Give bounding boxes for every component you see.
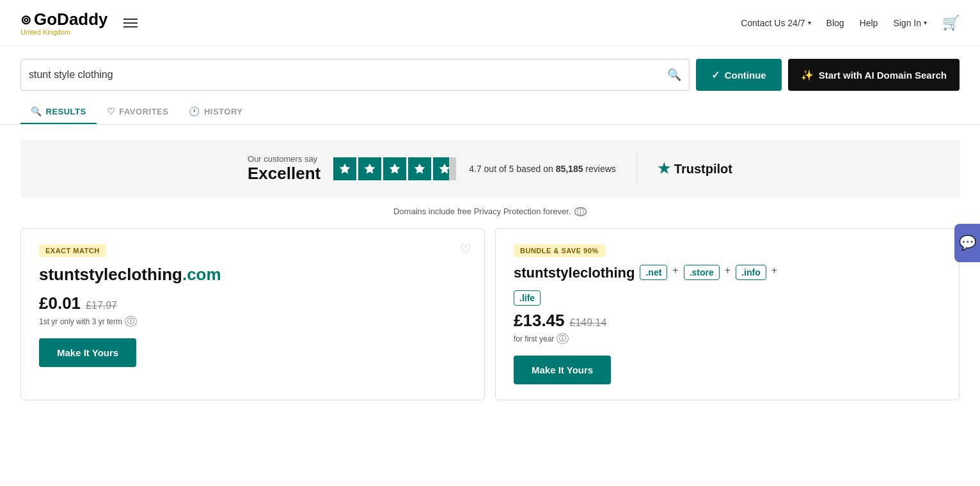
search-input[interactable] xyxy=(29,69,667,81)
domain-cards-row: ♡ EXACT MATCH stuntstyleclothing.com £0.… xyxy=(20,228,960,400)
tld-life-badge: .life xyxy=(514,290,541,306)
bundle-card: BUNDLE & SAVE 90% stuntstyleclothing .ne… xyxy=(495,228,960,400)
tld-net-badge: .net xyxy=(640,265,667,280)
hamburger-button[interactable] xyxy=(121,16,140,30)
tld-info-badge: .info xyxy=(736,265,766,280)
contact-label: Contact Us 24/7 xyxy=(741,18,805,28)
favorites-icon: ♡ xyxy=(107,106,116,116)
bundle-badge: BUNDLE & SAVE 90% xyxy=(514,244,605,257)
price-current-exact: £0.01 xyxy=(39,294,81,313)
trust-review-count: 85,185 xyxy=(556,164,583,174)
hamburger-line-2 xyxy=(123,22,138,24)
continue-label: Continue xyxy=(725,70,766,81)
price-current-bundle: £13.45 xyxy=(514,311,565,331)
continue-button[interactable]: ✓ Continue xyxy=(696,59,782,91)
hamburger-line-1 xyxy=(123,19,138,20)
cart-icon[interactable]: 🛒 xyxy=(942,15,960,31)
tab-favorites[interactable]: ♡ FAVORITES xyxy=(97,100,179,124)
exact-match-badge: EXACT MATCH xyxy=(39,244,106,257)
ai-icon: ✨ xyxy=(801,69,814,81)
star-4 xyxy=(408,157,431,180)
trustpilot-banner: Our customers say Excellent 4.7 out of 5… xyxy=(20,140,960,198)
tp-star-icon: ★ xyxy=(658,161,670,177)
signin-link[interactable]: Sign In ▾ xyxy=(893,18,927,28)
star-5-partial xyxy=(433,157,456,180)
header-left: ⊚ GoDaddy United Kingdom xyxy=(20,10,140,36)
bundle-domain-base: stuntstyleclothing xyxy=(514,265,635,281)
logo-icon: ⊚ xyxy=(20,12,31,27)
make-it-yours-button-exact[interactable]: Make It Yours xyxy=(39,338,136,367)
privacy-note-text: Domains include free Privacy Protection … xyxy=(393,207,571,216)
price-wrap-bundle: £13.45 £149.14 xyxy=(514,311,941,331)
star-1 xyxy=(333,157,356,180)
header-right: Contact Us 24/7 ▾ Blog Help Sign In ▾ 🛒 xyxy=(741,15,960,31)
history-icon: 🕐 xyxy=(189,106,200,116)
logo-name: GoDaddy xyxy=(34,10,108,29)
domain-tld-exact: .com xyxy=(182,265,221,284)
trust-label-wrap: Our customers say Excellent xyxy=(248,154,320,184)
price-note-bundle: for first year ⓘ xyxy=(514,333,941,344)
ai-domain-search-button[interactable]: ✨ Start with AI Domain Search xyxy=(788,59,960,91)
contact-link[interactable]: Contact Us 24/7 ▾ xyxy=(741,18,810,28)
chevron-down-icon: ▾ xyxy=(808,19,811,26)
check-icon: ✓ xyxy=(711,69,720,81)
help-label: Help xyxy=(860,18,878,28)
search-section: 🔍 ✓ Continue ✨ Start with AI Domain Sear… xyxy=(0,46,980,91)
tab-results-label: RESULTS xyxy=(46,107,86,116)
trust-rating-text: 4.7 out of 5 based on 85,185 reviews xyxy=(469,164,616,174)
info-icon-bundle[interactable]: ⓘ xyxy=(557,333,569,344)
chevron-down-icon-signin: ▾ xyxy=(924,19,927,26)
blog-link[interactable]: Blog xyxy=(826,18,844,28)
plus-3: + xyxy=(771,265,777,276)
header: ⊚ GoDaddy United Kingdom Contact Us 24/7… xyxy=(0,0,980,46)
price-note-exact: 1st yr only with 3 yr term ⓘ xyxy=(39,316,466,327)
chat-icon: 💬 xyxy=(959,235,976,251)
logo-region: United Kingdom xyxy=(20,28,70,36)
trust-rating-word: Excellent xyxy=(248,164,320,184)
domain-base-exact: stuntstyleclothing xyxy=(39,265,182,284)
tab-favorites-label: FAVORITES xyxy=(119,107,168,116)
trust-reviews-label: reviews xyxy=(583,164,615,174)
info-icon[interactable]: ⓘ xyxy=(574,207,587,216)
tab-results[interactable]: 🔍 RESULTS xyxy=(20,100,97,124)
trustpilot-logo[interactable]: ★ Trustpilot xyxy=(658,161,732,177)
price-note-text-exact: 1st yr only with 3 yr term xyxy=(39,317,122,326)
trust-divider xyxy=(636,153,637,185)
exact-match-card: ♡ EXACT MATCH stuntstyleclothing.com £0.… xyxy=(20,228,485,400)
trust-say-label: Our customers say xyxy=(248,154,317,164)
signin-label: Sign In xyxy=(893,18,921,28)
price-wrap-exact: £0.01 £17.97 xyxy=(39,294,466,313)
info-icon-exact[interactable]: ⓘ xyxy=(125,316,137,327)
plus-2: + xyxy=(725,265,731,276)
search-icon-button[interactable]: 🔍 xyxy=(667,68,681,82)
star-2 xyxy=(358,157,381,180)
price-old-bundle: £149.14 xyxy=(570,317,607,329)
ai-label: Start with AI Domain Search xyxy=(819,70,947,81)
hamburger-line-3 xyxy=(123,26,138,27)
logo[interactable]: ⊚ GoDaddy United Kingdom xyxy=(20,10,108,36)
star-3 xyxy=(383,157,406,180)
domain-name-exact: stuntstyleclothing.com xyxy=(39,265,466,285)
make-it-yours-button-bundle[interactable]: Make It Yours xyxy=(514,356,611,384)
privacy-note: Domains include free Privacy Protection … xyxy=(0,207,980,217)
trust-stars xyxy=(333,157,456,180)
tab-history-label: HISTORY xyxy=(204,107,243,116)
plus-1: + xyxy=(672,265,678,276)
trustpilot-name: Trustpilot xyxy=(674,162,732,176)
bundle-domain-row: stuntstyleclothing .net + .store + .info… xyxy=(514,265,941,281)
results-icon: 🔍 xyxy=(31,106,42,116)
blog-label: Blog xyxy=(826,18,844,28)
tab-history[interactable]: 🕐 HISTORY xyxy=(178,100,253,124)
price-note-text-bundle: for first year xyxy=(514,334,554,343)
logo-text: ⊚ GoDaddy xyxy=(20,10,108,29)
price-old-exact: £17.97 xyxy=(86,300,117,311)
help-link[interactable]: Help xyxy=(860,18,878,28)
search-bar: 🔍 xyxy=(20,59,690,91)
tld-store-badge: .store xyxy=(684,265,720,280)
trust-score: 4.7 out of 5 based on xyxy=(469,164,555,174)
tabs-nav: 🔍 RESULTS ♡ FAVORITES 🕐 HISTORY xyxy=(0,100,980,125)
support-chat-button[interactable]: 💬 xyxy=(954,224,980,262)
favorite-button[interactable]: ♡ xyxy=(460,242,471,257)
